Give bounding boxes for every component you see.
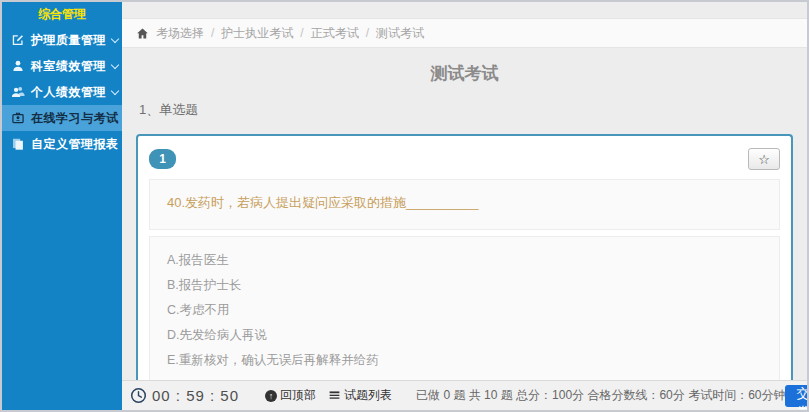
users-icon (11, 85, 25, 99)
home-icon (136, 27, 149, 40)
breadcrumb-item-formal-exam[interactable]: 正式考试 (311, 25, 359, 42)
option-e[interactable]: E.重新核对，确认无误后再解释并给药 (167, 348, 762, 373)
sidebar-item-dept-performance[interactable]: 科室绩效管理 (2, 53, 122, 79)
star-icon: ☆ (758, 152, 770, 167)
arrow-up-circle-icon: ↑ (265, 390, 277, 402)
main-content: 考场选择 / 护士执业考试 / 正式考试 / 测试考试 测试考试 1、单选题 1… (122, 2, 807, 410)
breadcrumb: 考场选择 / 护士执业考试 / 正式考试 / 测试考试 (122, 18, 807, 48)
options-box: A.报告医生 B.报告护士长 C.考虑不用 D.先发给病人再说 E.重新核对，确… (149, 236, 780, 380)
sidebar-item-label: 自定义管理报表 (31, 136, 119, 153)
chevron-down-icon (111, 86, 119, 94)
question-text-box: 40.发药时，若病人提出疑问应采取的措施__________ (149, 179, 780, 230)
breadcrumb-item-exam-hall[interactable]: 考场选择 (156, 25, 204, 42)
option-b[interactable]: B.报告护士长 (167, 273, 762, 298)
question-card: 1 ☆ 40.发药时，若病人提出疑问应采取的措施__________ A.报告医… (136, 134, 793, 380)
sidebar-item-online-learning-exam[interactable]: 在线学习与考试 (2, 105, 122, 131)
option-c[interactable]: C.考虑不用 (167, 298, 762, 323)
question-list-label: 试题列表 (344, 387, 392, 404)
exam-stats: 已做 0 题 共 10 题 总分：100分 合格分数线：60分 考试时间：60分… (416, 387, 785, 404)
option-d[interactable]: D.先发给病人再说 (167, 323, 762, 348)
submit-button[interactable]: 交卷 (785, 385, 809, 407)
list-icon (328, 389, 341, 402)
back-to-top-link[interactable]: ↑ 回顶部 (265, 387, 316, 404)
sidebar-item-label: 护理质量管理 (31, 32, 106, 49)
breadcrumb-item-test-exam[interactable]: 测试考试 (376, 25, 424, 42)
option-a[interactable]: A.报告医生 (167, 248, 762, 273)
back-to-top-label: 回顶部 (280, 387, 316, 404)
question-number-badge: 1 (149, 149, 176, 169)
page-title: 测试考试 (122, 62, 807, 85)
question-card-header: 1 ☆ (149, 148, 780, 170)
chevron-down-icon (111, 60, 119, 68)
breadcrumb-separator: / (211, 26, 214, 40)
exam-footer: 00 : 59 : 50 ↑ 回顶部 试题列表 已做 0 题 共 10 题 总分… (122, 380, 807, 410)
question-text: 40.发药时，若病人提出疑问应采取的措施__________ (167, 194, 762, 212)
breadcrumb-item-nurse-exam[interactable]: 护士执业考试 (221, 25, 293, 42)
sidebar-item-label: 在线学习与考试 (31, 110, 119, 127)
report-icon (11, 137, 25, 151)
sidebar-item-label: 个人绩效管理 (31, 84, 106, 101)
section-label: 1、单选题 (139, 101, 807, 119)
edit-icon (11, 33, 25, 47)
sidebar-item-nursing-quality[interactable]: 护理质量管理 (2, 27, 122, 53)
favorite-button[interactable]: ☆ (748, 148, 780, 170)
breadcrumb-separator: / (300, 26, 303, 40)
sidebar-item-personal-performance[interactable]: 个人绩效管理 (2, 79, 122, 105)
question-list-link[interactable]: 试题列表 (328, 387, 392, 404)
sidebar-item-label: 科室绩效管理 (31, 58, 106, 75)
sidebar-header: 综合管理 (2, 2, 122, 27)
exam-timer: 00 : 59 : 50 (152, 387, 239, 404)
chevron-down-icon (111, 34, 119, 42)
app-window: 综合管理 护理质量管理 科室绩效管理 (0, 0, 809, 412)
sidebar: 综合管理 护理质量管理 科室绩效管理 (2, 2, 122, 410)
breadcrumb-separator: / (366, 26, 369, 40)
user-icon (11, 59, 25, 73)
sidebar-item-custom-reports[interactable]: 自定义管理报表 (2, 131, 122, 157)
certificate-icon (11, 111, 25, 125)
clock-icon (130, 387, 147, 404)
